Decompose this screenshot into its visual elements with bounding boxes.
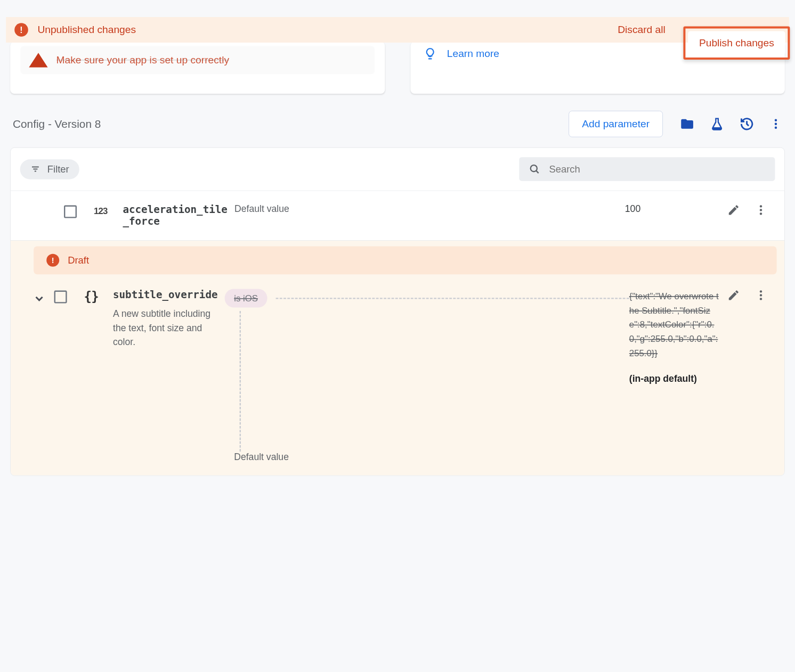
unpublished-alert-bar: ! Unpublished changes Discard all [6, 17, 789, 43]
type-number-icon: 123 [94, 206, 113, 216]
default-value-label: Default value [234, 203, 289, 214]
dashed-connector [276, 298, 629, 299]
struck-value: {"text":"We overwrote the Subtitle.","fo… [629, 289, 719, 360]
svg-point-10 [760, 212, 762, 215]
svg-point-11 [760, 290, 762, 292]
more-vert-icon[interactable] [769, 118, 782, 130]
draft-section: ! Draft {} subtitle_override A new subti… [11, 240, 784, 476]
history-icon[interactable] [740, 117, 754, 131]
alert-icon: ! [14, 23, 28, 37]
search-icon [529, 163, 540, 175]
add-parameter-button[interactable]: Add parameter [569, 111, 663, 137]
checkbox[interactable] [64, 206, 77, 218]
chevron-down-icon[interactable] [33, 292, 46, 305]
learn-more-link[interactable]: Learn more [447, 48, 499, 60]
publish-highlight-box: Publish changes [683, 27, 790, 60]
alert-title: Unpublished changes [37, 24, 618, 36]
discard-all-button[interactable]: Discard all [618, 24, 666, 36]
svg-point-13 [760, 298, 762, 300]
folder-icon[interactable] [680, 117, 694, 131]
more-vert-icon[interactable] [755, 289, 767, 301]
edit-icon[interactable] [727, 203, 740, 216]
svg-point-2 [775, 127, 777, 129]
more-vert-icon[interactable] [755, 203, 767, 216]
search-box[interactable] [519, 157, 775, 181]
svg-line-7 [536, 171, 538, 173]
condition-chip[interactable]: is iOS [225, 289, 267, 307]
checkbox[interactable] [54, 291, 67, 304]
filter-label: Filter [47, 163, 69, 175]
parameter-name: acceleration_tile_force [123, 203, 229, 227]
parameter-row: 123 acceleration_tile_force Default valu… [11, 191, 784, 241]
parameter-name: subtitle_override [113, 289, 220, 300]
svg-point-9 [760, 209, 762, 211]
setup-text: Make sure your app is set up correctly [56, 54, 229, 66]
edit-icon[interactable] [727, 289, 740, 301]
alert-icon: ! [46, 254, 59, 267]
draft-banner: ! Draft [34, 246, 776, 274]
default-value-label: Default value [234, 452, 289, 462]
parameter-description: A new subtitle including the text, font … [113, 307, 220, 349]
svg-point-0 [775, 119, 777, 121]
lightbulb-icon [423, 47, 437, 61]
svg-point-12 [760, 294, 762, 296]
config-version-title: Config - Version 8 [13, 117, 569, 130]
warning-triangle-icon [29, 53, 47, 67]
search-input[interactable] [549, 163, 765, 175]
parameter-value: 100 [625, 203, 719, 215]
vertical-dashed-line [240, 311, 629, 452]
in-app-default-label: (in-app default) [629, 373, 719, 384]
setup-card: Make sure your app is set up correctly [10, 42, 385, 94]
publish-changes-button[interactable]: Publish changes [688, 31, 785, 55]
filter-icon [30, 164, 40, 174]
parameters-panel: Filter 123 acceleration_tile_force Defau… [10, 147, 785, 476]
svg-point-8 [760, 205, 762, 207]
draft-label: Draft [68, 255, 89, 266]
svg-point-1 [775, 123, 777, 125]
flask-icon[interactable] [710, 117, 724, 131]
type-json-icon: {} [84, 289, 104, 304]
filter-button[interactable]: Filter [20, 159, 79, 179]
svg-point-6 [531, 165, 537, 171]
